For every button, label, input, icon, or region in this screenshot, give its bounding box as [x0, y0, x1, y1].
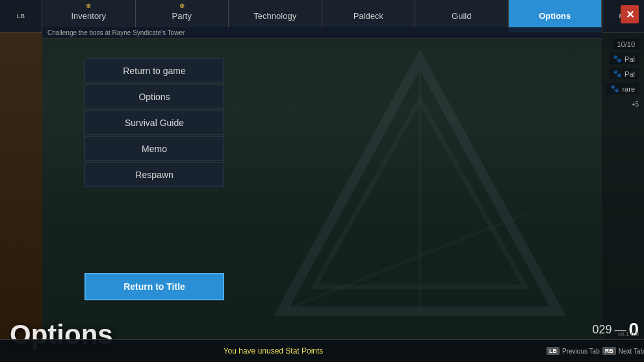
menu-container: Return to game Options Survival Guide Me…	[84, 58, 224, 188]
tab-inventory-label: Inventory	[71, 11, 106, 21]
lb-icon: LB	[17, 13, 25, 19]
menu-item-respawn[interactable]: Respawn	[84, 162, 224, 187]
bottom-controls: LB Previous Tab RB Next Tab	[547, 347, 644, 355]
hp-display: 10/10	[613, 39, 639, 49]
right-hud: 10/10 🐾 Pal 🐾 Pal 🐾 rare +5	[606, 39, 639, 108]
pal-icon-1: 🐾	[613, 55, 622, 63]
return-to-title-button[interactable]: Return to Title	[84, 273, 224, 300]
pal-item-1: 🐾 Pal	[609, 53, 639, 64]
tab-options-label: Options	[539, 11, 571, 21]
tab-guild-label: Guild	[452, 11, 471, 21]
close-button[interactable]: ✕	[621, 5, 639, 23]
tab-paldeck-label: Paldeck	[354, 11, 383, 21]
next-tab-label: Next Tab	[619, 348, 644, 355]
menu-item-options[interactable]: Options	[84, 84, 224, 109]
pal-icon-3: 🐾	[610, 84, 619, 93]
plus-indicator: +5	[632, 101, 639, 108]
tab-technology-label: Technology	[253, 11, 296, 21]
pal-item-2: 🐾 Pal	[609, 68, 639, 79]
quest-text: Challenge the boss at Rayne Syndicate's …	[47, 29, 185, 36]
menu-item-memo[interactable]: Memo	[84, 136, 224, 161]
stat-points-notice: You have unused Stat Points	[0, 346, 547, 356]
lb-badge: LB	[547, 347, 560, 355]
version-text: v0.1.0.0	[618, 331, 639, 337]
left-panel	[0, 0, 42, 339]
nav-corner-left: LB	[0, 0, 42, 32]
inventory-icon: ⊕	[86, 2, 91, 9]
menu-item-survival-guide[interactable]: Survival Guide	[84, 110, 224, 135]
svg-line-3	[281, 214, 525, 311]
triangle-watermark	[257, 35, 582, 360]
rb-badge: RB	[602, 347, 616, 355]
timer-display: 029	[592, 323, 612, 337]
quest-banner: Challenge the boss at Rayne Syndicate's …	[42, 27, 602, 39]
pal-icon-2: 🐾	[613, 70, 622, 78]
bottom-bar: You have unused Stat Points LB Previous …	[0, 339, 644, 362]
pal-item-3: 🐾 rare	[606, 83, 639, 94]
party-icon: ⊕	[179, 2, 185, 9]
prev-tab-label: Previous Tab	[562, 348, 600, 355]
menu-item-return-to-game[interactable]: Return to game	[84, 58, 224, 83]
tab-party-label: Party	[172, 11, 192, 21]
